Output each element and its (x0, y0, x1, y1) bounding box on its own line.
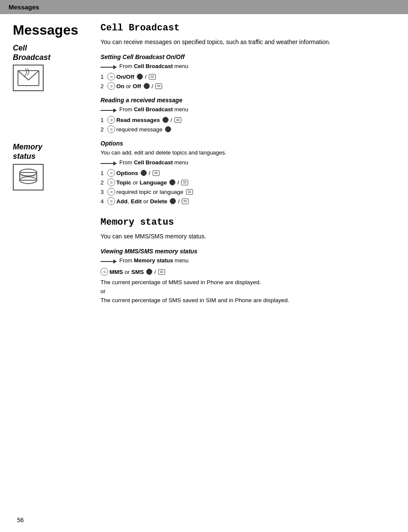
memory-status-icon-frame (13, 164, 44, 190)
sidebar-item-cell-broadcast: CellBroadcast (13, 44, 92, 91)
cell-broadcast-title: Cell Broadcast (101, 23, 395, 33)
memory-status-section: Memory status You can see MMS/SMS memory… (101, 217, 395, 303)
subsection-setting-title: Setting Cell Broadcast On/Off (101, 53, 395, 60)
sidebar-item-memory-status: Memorystatus (13, 143, 92, 190)
page-title: Messages (13, 23, 92, 38)
subsection-viewing-title: Viewing MMS/SMS memory status (101, 248, 395, 255)
page: Messages Messages CellBroadcast (0, 0, 408, 319)
envelope-icon (17, 68, 40, 88)
subsection-reading-title: Reading a received message (101, 97, 395, 104)
content-body: Messages CellBroadcast Memoryst (0, 14, 408, 319)
note-mms: The current percentage of MMS saved in P… (101, 279, 395, 285)
from-menu-3: From Cell Broadcast menu (119, 159, 188, 166)
step-2-read: 2 required message (101, 125, 395, 133)
note-sms: The current percentage of SMS saved in S… (101, 297, 395, 303)
from-menu-1: From Cell Broadcast menu (119, 63, 188, 69)
sidebar-memory-status-label: Memorystatus (13, 143, 92, 161)
subsection-options: Options You can add, edit and delete top… (101, 140, 395, 205)
header-label: Messages (9, 3, 39, 11)
subsection-viewing: Viewing MMS/SMS memory status From Memor… (101, 248, 395, 303)
memory-status-desc: You can see MMS/SMS memory status. (101, 232, 395, 241)
disk-icon (17, 167, 39, 187)
step-1-options: 1 Options / (101, 169, 395, 177)
left-column: Messages CellBroadcast Memoryst (13, 23, 92, 310)
page-number: 56 (17, 517, 24, 523)
from-menu-2: From Cell Broadcast menu (119, 106, 188, 113)
step-mms-sms: MMS or SMS / (101, 268, 395, 276)
cell-broadcast-section: Cell Broadcast You can receive messages … (101, 23, 395, 205)
step-2-on-off: 2 On or Off / (101, 82, 395, 90)
step-3-options: 3 required topic or language (101, 188, 395, 196)
subsection-reading: Reading a received message From Cell Bro… (101, 97, 395, 133)
step-4-options: 4 Add, Edit or Delete / (101, 197, 395, 205)
step-1-read: 1 Read messages / (101, 116, 395, 124)
sidebar-cell-broadcast-label: CellBroadcast (13, 44, 92, 62)
right-column: Cell Broadcast You can receive messages … (101, 23, 395, 310)
cell-broadcast-desc: You can receive messages on specified to… (101, 38, 395, 47)
note-or: or (101, 288, 395, 294)
step-2-options: 2 Topic or Language / (101, 178, 395, 186)
step-1-on-off: 1 On/Off / (101, 73, 395, 80)
from-menu-memory: From Memory status menu (119, 257, 189, 264)
memory-status-title: Memory status (101, 217, 395, 228)
cell-broadcast-icon-frame (13, 65, 44, 91)
header-bar: Messages (0, 0, 408, 14)
subsection-options-title: Options (101, 140, 395, 147)
options-desc: You can add, edit and delete topics and … (101, 149, 395, 156)
subsection-setting-on-off: Setting Cell Broadcast On/Off From Cell … (101, 53, 395, 90)
